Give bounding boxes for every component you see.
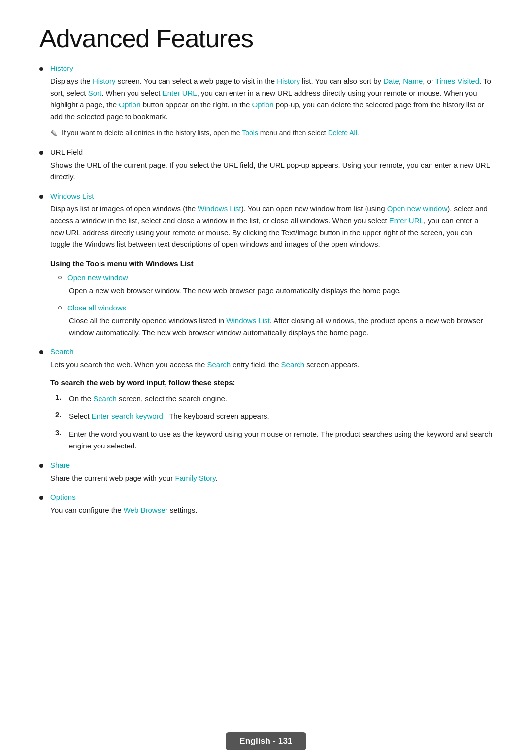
windows-list-link[interactable]: Windows List <box>50 192 94 200</box>
page-title: Advanced Features <box>39 24 493 53</box>
windows-list-link-2[interactable]: Windows List <box>226 316 269 325</box>
bullet-dot-url <box>39 151 43 155</box>
footer-label: English - 131 <box>226 732 306 750</box>
enter-search-keyword-link[interactable]: Enter search keyword <box>92 412 163 420</box>
step-text-1: On the Search screen, select the search … <box>69 393 227 405</box>
share-text: Share the current web page with your Fam… <box>50 472 493 484</box>
page-container: Advanced Features History Displays the H… <box>0 0 532 564</box>
times-visited-link[interactable]: Times Visited <box>435 77 479 85</box>
bullet-search: Search <box>39 347 493 356</box>
history-body: Displays the History screen. You can sel… <box>50 75 493 139</box>
date-link[interactable]: Date <box>383 77 399 85</box>
note-icon: ✎ <box>50 128 58 139</box>
bullet-dot <box>39 67 43 71</box>
bullet-options: Options <box>39 493 493 501</box>
history-note: ✎ If you want to delete all entries in t… <box>50 128 493 139</box>
sub-bullet-open-new-window: Open new window <box>58 274 493 282</box>
history-text: Displays the History screen. You can sel… <box>50 75 493 123</box>
sub-bullet-close-all-windows: Close all windows <box>58 304 493 312</box>
step-text-3: Enter the word you want to use as the ke… <box>69 428 493 452</box>
section-windows-list: Windows List Displays list or images of … <box>39 192 493 339</box>
history-list-link[interactable]: History <box>277 77 300 85</box>
section-search: Search Lets you search the web. When you… <box>39 347 493 452</box>
search-steps-subsection: To search the web by word input, follow … <box>50 378 493 452</box>
windows-list-inline-link[interactable]: Windows List <box>198 205 241 213</box>
share-link[interactable]: Share <box>50 461 70 469</box>
history-inline-link[interactable]: History <box>93 77 116 85</box>
delete-all-link[interactable]: Delete All <box>328 129 357 137</box>
section-share: Share Share the current web page with yo… <box>39 461 493 484</box>
sort-link[interactable]: Sort <box>88 89 102 97</box>
search-body: Lets you search the web. When you access… <box>50 359 493 452</box>
step-num-2: 2. <box>55 411 69 419</box>
share-body: Share the current web page with your Fam… <box>50 472 493 484</box>
enter-url-link-1[interactable]: Enter URL <box>163 89 197 97</box>
bullet-dot-search <box>39 350 43 354</box>
name-link[interactable]: Name <box>403 77 423 85</box>
close-all-windows-text: Close all the currently opened windows l… <box>69 315 493 339</box>
tools-windows-heading: Using the Tools menu with Windows List <box>50 259 493 268</box>
tools-windows-subsection: Using the Tools menu with Windows List O… <box>50 259 493 339</box>
bullet-history: History <box>39 64 493 72</box>
search-steps-list: 1. On the Search screen, select the sear… <box>50 393 493 452</box>
search-step-1: 1. On the Search screen, select the sear… <box>55 393 493 405</box>
history-note-text: If you want to delete all entries in the… <box>62 128 359 138</box>
tools-link[interactable]: Tools <box>242 129 258 137</box>
close-all-windows-link[interactable]: Close all windows <box>67 304 126 312</box>
bullet-dot-options <box>39 496 43 500</box>
search-inline-link-1[interactable]: Search <box>207 360 231 369</box>
open-new-window-inline-link[interactable]: Open new window <box>387 205 448 213</box>
bullet-dot-windows <box>39 195 43 199</box>
step-num-3: 3. <box>55 428 69 437</box>
web-browser-link[interactable]: Web Browser <box>124 506 168 514</box>
url-field-text: Shows the URL of the current page. If yo… <box>50 159 493 183</box>
footer-bar: English - 131 <box>0 726 532 756</box>
search-screen-link[interactable]: Search <box>93 394 117 403</box>
windows-list-body: Displays list or images of open windows … <box>50 203 493 339</box>
open-new-window-link[interactable]: Open new window <box>67 274 128 282</box>
options-text: You can configure the Web Browser settin… <box>50 504 493 516</box>
section-history: History Displays the History screen. You… <box>39 64 493 139</box>
option-link-1[interactable]: Option <box>119 101 140 109</box>
bullet-dot-share <box>39 464 43 468</box>
search-inline-link-2[interactable]: Search <box>281 360 305 369</box>
open-new-window-desc: Open a new web browser window. The new w… <box>69 285 493 297</box>
enter-url-link-2[interactable]: Enter URL <box>389 216 424 225</box>
search-step-2: 2. Select Enter search keyword . The key… <box>55 411 493 422</box>
search-step-3: 3. Enter the word you want to use as the… <box>55 428 493 452</box>
search-steps-heading: To search the web by word input, follow … <box>50 378 493 387</box>
history-link[interactable]: History <box>50 64 73 72</box>
open-new-window-text: Open a new web browser window. The new w… <box>69 285 493 297</box>
windows-list-text: Displays list or images of open windows … <box>50 203 493 250</box>
options-body: You can configure the Web Browser settin… <box>50 504 493 516</box>
url-field-body: Shows the URL of the current page. If yo… <box>50 159 493 183</box>
section-options: Options You can configure the Web Browse… <box>39 493 493 516</box>
bullet-windows-list: Windows List <box>39 192 493 200</box>
section-url-field: URL Field Shows the URL of the current p… <box>39 148 493 183</box>
family-story-link[interactable]: Family Story <box>175 474 215 482</box>
bullet-url-field: URL Field <box>39 148 493 156</box>
step-text-2: Select Enter search keyword . The keyboa… <box>69 411 269 422</box>
bullet-share: Share <box>39 461 493 469</box>
search-text: Lets you search the web. When you access… <box>50 359 493 371</box>
url-field-label: URL Field <box>50 148 83 156</box>
sub-bullet-dot-2 <box>58 306 62 309</box>
close-all-windows-desc: Close all the currently opened windows l… <box>69 315 493 339</box>
search-link[interactable]: Search <box>50 347 74 356</box>
sub-bullet-dot-1 <box>58 276 62 279</box>
step-num-1: 1. <box>55 393 69 401</box>
options-link[interactable]: Options <box>50 493 76 501</box>
option-link-2[interactable]: Option <box>252 101 273 109</box>
